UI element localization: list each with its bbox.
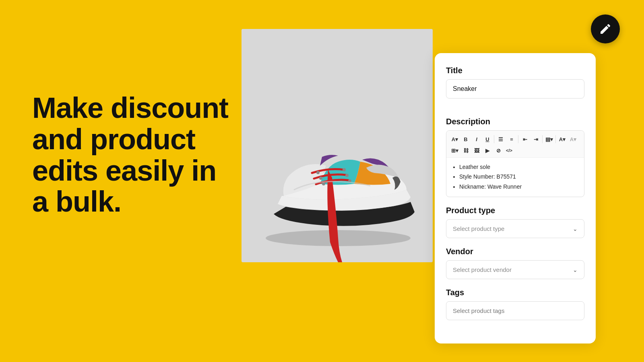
sneaker-image <box>242 29 433 262</box>
svg-point-5 <box>343 168 346 171</box>
align-btn[interactable]: ▤▾ <box>544 134 554 144</box>
indent-right-btn[interactable]: ⇥ <box>530 134 541 144</box>
sep-3 <box>542 135 543 143</box>
sep-2 <box>518 135 518 143</box>
vendor-dropdown[interactable]: Select product vendor ⌄ <box>446 260 584 279</box>
tags-field-group: Tags <box>446 288 584 320</box>
image-btn[interactable]: 🖼 <box>471 145 482 156</box>
chevron-down-icon-2: ⌄ <box>573 267 578 273</box>
product-image-container <box>242 29 433 262</box>
text-color-btn[interactable]: A▾ <box>557 134 568 144</box>
link-btn[interactable]: ⛓ <box>460 145 471 156</box>
clear-btn[interactable]: ⊘ <box>493 145 504 156</box>
tags-input[interactable] <box>446 301 584 320</box>
desc-item-2: Style Number: B75571 <box>459 172 578 181</box>
product-type-label: Product type <box>446 206 584 215</box>
underline-btn[interactable]: U <box>482 134 493 144</box>
toolbar-row-2: ⊞▾ ⛓ 🖼 ▶ ⊘ </> <box>450 145 514 156</box>
highlight-btn[interactable]: A▾ <box>568 134 578 144</box>
code-btn[interactable]: </> <box>504 145 514 156</box>
title-field-group: Title <box>446 66 584 108</box>
description-field-group: Description A▾ B I U ☰ ≡ ⇤ ⇥ ▤▾ A▾ <box>446 117 584 197</box>
pencil-icon <box>599 23 612 35</box>
product-type-field-group: Product type Select product type ⌄ <box>446 206 584 238</box>
hero-text: Make discount and product edits easily i… <box>32 93 233 218</box>
desc-item-1: Leather sole <box>459 162 578 171</box>
indent-left-btn[interactable]: ⇤ <box>520 134 530 144</box>
vendor-label: Vendor <box>446 247 584 256</box>
bold-btn[interactable]: B <box>460 134 471 144</box>
edit-fab[interactable] <box>591 14 620 43</box>
title-input[interactable] <box>446 79 584 99</box>
ordered-list-btn[interactable]: ≡ <box>506 134 517 144</box>
rich-editor: A▾ B I U ☰ ≡ ⇤ ⇥ ▤▾ A▾ A▾ ⊞▾ <box>446 130 584 197</box>
toolbar-row-1: A▾ B I U ☰ ≡ ⇤ ⇥ ▤▾ A▾ A▾ <box>450 134 578 144</box>
table-btn[interactable]: ⊞▾ <box>450 145 460 156</box>
svg-point-4 <box>322 182 325 185</box>
tags-label: Tags <box>446 288 584 297</box>
video-btn[interactable]: ▶ <box>482 145 493 156</box>
font-btn[interactable]: A▾ <box>450 134 460 144</box>
toolbar: A▾ B I U ☰ ≡ ⇤ ⇥ ▤▾ A▾ A▾ ⊞▾ <box>446 131 584 158</box>
vendor-placeholder: Select product vendor <box>453 266 512 273</box>
description-label: Description <box>446 117 584 126</box>
desc-item-3: Nickname: Wave Runner <box>459 182 578 191</box>
chevron-down-icon: ⌄ <box>573 226 578 232</box>
svg-point-2 <box>316 171 320 174</box>
editor-content[interactable]: Leather sole Style Number: B75571 Nickna… <box>446 158 584 197</box>
sep-1 <box>494 135 494 143</box>
italic-btn[interactable]: I <box>471 134 482 144</box>
vendor-field-group: Vendor Select product vendor ⌄ <box>446 247 584 279</box>
sep-4 <box>555 135 556 143</box>
title-label: Title <box>446 66 584 75</box>
form-panel: Title Description A▾ B I U ☰ ≡ ⇤ ⇥ ▤▾ <box>435 53 596 343</box>
svg-point-6 <box>345 174 349 177</box>
product-type-dropdown[interactable]: Select product type ⌄ <box>446 219 584 238</box>
product-type-placeholder: Select product type <box>453 225 504 232</box>
bullet-list-btn[interactable]: ☰ <box>495 134 506 144</box>
svg-point-3 <box>319 177 322 180</box>
